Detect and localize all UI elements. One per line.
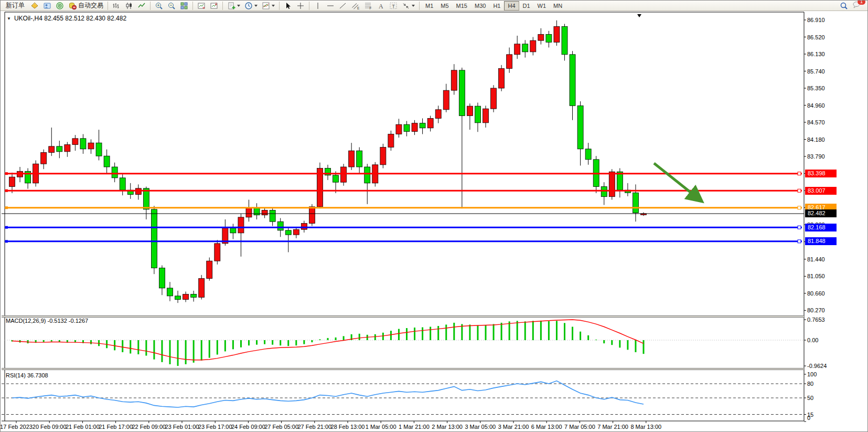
candle-bullish: [609, 172, 615, 196]
timeframe-button-m1[interactable]: M1: [422, 1, 437, 10]
candle-bullish: [507, 55, 512, 69]
equidistant-channel-icon-button[interactable]: E: [350, 1, 361, 10]
candle-bullish: [301, 223, 307, 229]
text-label-icon-button[interactable]: T: [388, 1, 399, 10]
time-label: 17 Feb 2023: [1, 424, 33, 430]
zoomin-icon: [155, 2, 163, 10]
symbol-ohlc-line: ▼ UKOil-,H4 82.455 82.512 82.430 82.482: [7, 15, 126, 22]
candle-bullish: [499, 69, 505, 88]
svg-text:86.130: 86.130: [807, 51, 825, 57]
candle-bearish: [80, 139, 86, 149]
candle-bearish: [585, 149, 591, 160]
timeframe-button-d1[interactable]: D1: [519, 1, 534, 10]
time-label: 6 Mar 13:00: [531, 424, 562, 430]
line-anchor: [5, 189, 8, 192]
svg-text:0: 0: [807, 415, 810, 421]
line-anchor: [798, 189, 801, 192]
time-label: 1 Mar 21:00: [399, 424, 430, 430]
chart-shift-marker-icon[interactable]: [637, 14, 641, 17]
svg-text:83.790: 83.790: [807, 153, 825, 160]
horizontal-line-icon-button[interactable]: [325, 1, 336, 10]
search-icon-button[interactable]: [838, 1, 850, 10]
new-chart-icon-button[interactable]: [226, 1, 242, 10]
trend-icon: [339, 2, 347, 10]
chat-button-wrap: 1: [850, 0, 863, 11]
candle-bearish: [230, 228, 236, 233]
svg-text:-0.9624: -0.9624: [807, 363, 827, 369]
signals-icon-button[interactable]: [54, 1, 66, 10]
candle-bullish: [443, 90, 449, 110]
crosshair-icon-button[interactable]: [295, 1, 306, 10]
bar-chart-icon-button[interactable]: [111, 1, 122, 10]
candle-bullish: [215, 244, 220, 261]
indicators-icon-button[interactable]: [260, 1, 276, 10]
candle-bullish: [427, 119, 433, 128]
chevron-down-icon[interactable]: [272, 5, 275, 7]
zoomout-icon: [167, 2, 176, 10]
chevron-down-icon[interactable]: [412, 5, 415, 7]
timeframe-button-m15[interactable]: M15: [453, 1, 471, 10]
fibo-icon: F: [364, 2, 372, 10]
timeframe-button-m5[interactable]: M5: [437, 1, 452, 10]
diamond-icon-button[interactable]: [29, 1, 40, 10]
docplus-icon: [227, 2, 235, 10]
time-label: 7 Mar 05:00: [564, 424, 595, 430]
chat-icon-button[interactable]: 1: [851, 0, 863, 9]
time-label: 3 Mar 21:00: [498, 424, 529, 430]
labelt-icon: T: [389, 2, 398, 10]
trendline-icon-button[interactable]: [337, 1, 349, 10]
new-order-button[interactable]: 新订单: [3, 1, 28, 10]
metatrader-app: 新订单自动交易EFATM1M5M15M30H1H4D1W1MN 1 86.910…: [0, 0, 868, 432]
timeframe-button-w1[interactable]: W1: [534, 1, 550, 10]
svg-text:80.270: 80.270: [807, 307, 825, 313]
fibonacci-icon-button[interactable]: F: [362, 1, 374, 10]
candle-bearish: [277, 222, 283, 230]
autotrade-button[interactable]: 自动交易: [67, 1, 105, 10]
candle-bullish: [238, 217, 244, 233]
candlestick-chart-icon-button[interactable]: [123, 1, 135, 10]
svg-text:84.570: 84.570: [807, 119, 825, 125]
svg-text:84.180: 84.180: [807, 136, 825, 143]
timeframe-button-m30[interactable]: M30: [471, 1, 489, 10]
candle-bullish: [199, 278, 205, 297]
candle-bearish: [601, 186, 607, 196]
candle-bearish: [357, 151, 362, 167]
candle-bearish: [420, 123, 425, 128]
line-anchor: [798, 240, 801, 243]
zoom-in-icon-button[interactable]: [153, 1, 165, 10]
candle-bearish: [522, 44, 528, 52]
vertical-line-icon-button[interactable]: [312, 1, 324, 10]
candle-bearish: [159, 268, 165, 288]
collapse-triangle-icon[interactable]: ▼: [7, 16, 11, 21]
candle-bearish: [333, 175, 339, 182]
candle-bearish: [270, 210, 275, 222]
chevron-down-icon[interactable]: [237, 5, 240, 7]
price-level-label: 81.848: [805, 237, 837, 245]
crosshair-icon: [296, 2, 305, 10]
period-icon-button[interactable]: [243, 1, 259, 10]
chart-shift-icon-button[interactable]: [208, 1, 220, 10]
candle-bearish: [175, 296, 181, 300]
mql-editor-icon-button[interactable]: [41, 1, 53, 10]
candle-bullish: [9, 177, 15, 186]
chevron-down-icon[interactable]: [254, 5, 258, 7]
timeframe-button-h1[interactable]: H1: [489, 1, 504, 10]
svg-text:F: F: [370, 6, 372, 10]
text-icon-button[interactable]: A: [375, 1, 387, 10]
time-label: 23 Feb 17:00: [198, 424, 232, 430]
cursor-icon-button[interactable]: [282, 1, 294, 10]
arrows-icon-button[interactable]: [400, 1, 416, 10]
candle-bullish: [309, 207, 315, 224]
rsi-indicator-label: RSI(14) 36.7308: [6, 372, 48, 378]
tile-windows-icon-button[interactable]: [178, 1, 190, 10]
trend-arrow-annotation[interactable]: [654, 163, 700, 200]
chart-window[interactable]: 86.91086.52086.13085.74085.35084.96084.5…: [1, 11, 868, 432]
candle-bearish: [167, 288, 173, 296]
timeframe-button-h4[interactable]: H4: [504, 1, 519, 10]
auto-scroll-icon-button[interactable]: [196, 1, 207, 10]
zoom-out-icon-button[interactable]: [166, 1, 177, 10]
line-chart-icon-button[interactable]: [136, 1, 147, 10]
time-label: 2 Mar 13:00: [432, 424, 463, 430]
chart-canvas[interactable]: 86.91086.52086.13085.74085.35084.96084.5…: [1, 11, 868, 432]
timeframe-button-mn[interactable]: MN: [550, 1, 566, 10]
